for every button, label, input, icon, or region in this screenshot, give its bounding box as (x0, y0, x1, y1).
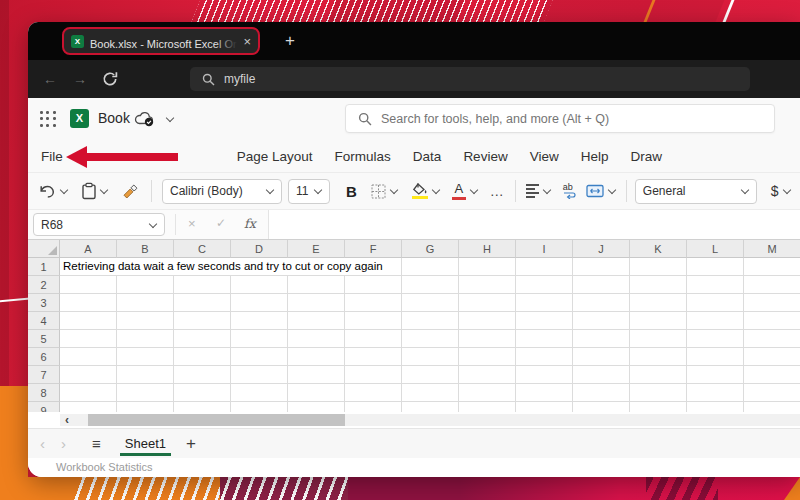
cell-d4[interactable] (231, 312, 288, 330)
sheet-menu-icon[interactable]: ≡ (92, 435, 101, 452)
cell-l9[interactable] (687, 402, 744, 412)
column-header-c[interactable]: C (174, 240, 231, 258)
cell-a4[interactable] (60, 312, 117, 330)
cell-j1[interactable] (573, 258, 630, 276)
sheet-tab-sheet1[interactable]: Sheet1 (125, 429, 166, 459)
cell-k5[interactable] (630, 330, 687, 348)
sheet-next-icon[interactable]: › (61, 435, 66, 452)
column-header-i[interactable]: I (516, 240, 573, 258)
cell-i1[interactable] (516, 258, 573, 276)
address-bar[interactable]: myfile (190, 67, 750, 91)
column-header-e[interactable]: E (288, 240, 345, 258)
cell-f2[interactable] (345, 276, 402, 294)
cell-k8[interactable] (630, 384, 687, 402)
cell-l5[interactable] (687, 330, 744, 348)
enter-icon[interactable]: ✓ (216, 216, 226, 230)
more-options-icon[interactable]: … (490, 183, 505, 199)
cell-a2[interactable] (60, 276, 117, 294)
row-header-2[interactable]: 2 (28, 276, 60, 294)
column-header-g[interactable]: G (402, 240, 459, 258)
cell-c5[interactable] (174, 330, 231, 348)
cell-g7[interactable] (402, 366, 459, 384)
cell-g4[interactable] (402, 312, 459, 330)
cell-h4[interactable] (459, 312, 516, 330)
cell-h1[interactable] (459, 258, 516, 276)
cell-e3[interactable] (288, 294, 345, 312)
cell-m1[interactable] (744, 258, 800, 276)
cell-e7[interactable] (288, 366, 345, 384)
cell-d7[interactable] (231, 366, 288, 384)
add-sheet-button[interactable]: + (186, 434, 196, 454)
font-name-select[interactable]: Calibri (Body) (162, 179, 282, 204)
cell-i7[interactable] (516, 366, 573, 384)
cell-l7[interactable] (687, 366, 744, 384)
chevron-down-icon[interactable] (390, 187, 398, 195)
cell-d5[interactable] (231, 330, 288, 348)
new-tab-button[interactable]: + (278, 29, 302, 53)
cell-m6[interactable] (744, 348, 800, 366)
bold-button[interactable]: B (346, 183, 357, 200)
menu-item-view[interactable]: View (519, 149, 570, 164)
cell-b5[interactable] (117, 330, 174, 348)
cell-j4[interactable] (573, 312, 630, 330)
workbook-statistics-label[interactable]: Workbook Statistics (56, 458, 152, 476)
tab-close-icon[interactable]: × (243, 35, 251, 48)
number-format-select[interactable]: General (635, 179, 757, 204)
cell-d9[interactable] (231, 402, 288, 412)
cell-c2[interactable] (174, 276, 231, 294)
cell-f5[interactable] (345, 330, 402, 348)
cell-a6[interactable] (60, 348, 117, 366)
cell-a5[interactable] (60, 330, 117, 348)
cell-i8[interactable] (516, 384, 573, 402)
formula-input[interactable] (268, 210, 800, 239)
cell-k2[interactable] (630, 276, 687, 294)
back-icon[interactable]: ← (40, 69, 60, 89)
cell-k6[interactable] (630, 348, 687, 366)
cell-c7[interactable] (174, 366, 231, 384)
insert-function-icon[interactable]: fx (244, 216, 256, 231)
cell-j3[interactable] (573, 294, 630, 312)
menu-item-draw[interactable]: Draw (619, 149, 673, 164)
cell-i3[interactable] (516, 294, 573, 312)
font-color-button[interactable]: A (452, 182, 466, 200)
cell-m2[interactable] (744, 276, 800, 294)
chevron-down-icon[interactable] (783, 187, 791, 195)
cell-a7[interactable] (60, 366, 117, 384)
cell-d8[interactable] (231, 384, 288, 402)
menu-item-page-layout[interactable]: Page Layout (226, 149, 324, 164)
row-header-8[interactable]: 8 (28, 384, 60, 402)
cell-i9[interactable] (516, 402, 573, 412)
cell-a3[interactable] (60, 294, 117, 312)
cell-m4[interactable] (744, 312, 800, 330)
cell-c9[interactable] (174, 402, 231, 412)
chevron-down-icon[interactable] (543, 187, 551, 195)
cancel-icon[interactable]: × (188, 216, 196, 231)
column-header-b[interactable]: B (117, 240, 174, 258)
cell-h8[interactable] (459, 384, 516, 402)
chevron-down-icon[interactable] (100, 187, 108, 195)
font-size-select[interactable]: 11 (288, 179, 330, 204)
forward-icon[interactable]: → (70, 69, 90, 89)
chevron-down-icon[interactable] (60, 187, 68, 195)
cell-b6[interactable] (117, 348, 174, 366)
cell-d2[interactable] (231, 276, 288, 294)
undo-icon[interactable] (38, 183, 56, 199)
cell-g6[interactable] (402, 348, 459, 366)
cell-f3[interactable] (345, 294, 402, 312)
chevron-down-icon[interactable] (470, 187, 478, 195)
cell-i2[interactable] (516, 276, 573, 294)
app-launcher-icon[interactable] (40, 111, 56, 127)
cell-c4[interactable] (174, 312, 231, 330)
cell-b3[interactable] (117, 294, 174, 312)
row-header-4[interactable]: 4 (28, 312, 60, 330)
cell-j6[interactable] (573, 348, 630, 366)
cell-g5[interactable] (402, 330, 459, 348)
chevron-down-icon[interactable] (432, 187, 440, 195)
cell-h2[interactable] (459, 276, 516, 294)
cell-m9[interactable] (744, 402, 800, 412)
cell-k1[interactable] (630, 258, 687, 276)
cell-c3[interactable] (174, 294, 231, 312)
cell-h3[interactable] (459, 294, 516, 312)
column-header-h[interactable]: H (459, 240, 516, 258)
cell-l1[interactable] (687, 258, 744, 276)
